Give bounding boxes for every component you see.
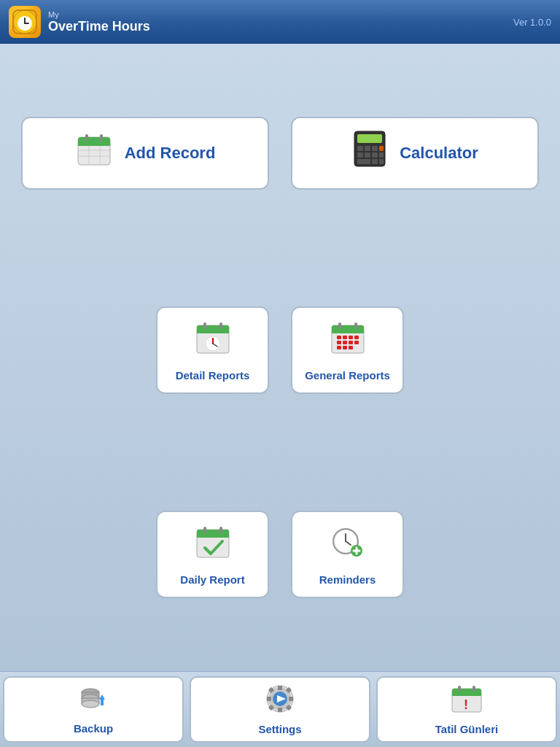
row-1: Add Record: [21, 117, 539, 190]
svg-rect-30: [203, 322, 206, 329]
app-name-block: My OverTime Hours: [48, 10, 150, 34]
add-record-icon: [75, 130, 113, 177]
svg-rect-54: [197, 535, 229, 538]
svg-rect-74: [278, 708, 282, 712]
svg-rect-51: [349, 346, 353, 349]
header: My OverTime Hours Ver 1.0.0: [0, 0, 560, 44]
svg-rect-55: [203, 527, 206, 533]
detail-reports-icon: [195, 320, 231, 363]
svg-marker-69: [99, 694, 105, 700]
svg-rect-24: [357, 159, 370, 164]
backup-label: Backup: [74, 722, 113, 735]
svg-rect-47: [349, 341, 353, 344]
svg-rect-26: [379, 159, 384, 164]
svg-rect-45: [337, 341, 341, 344]
svg-rect-25: [372, 159, 378, 164]
tatil-gunleri-button[interactable]: ! Tatil Günleri: [376, 676, 557, 743]
svg-rect-8: [85, 134, 88, 142]
settings-icon: [265, 684, 295, 720]
daily-report-button[interactable]: Daily Report: [156, 511, 269, 598]
svg-rect-7: [78, 143, 110, 146]
general-reports-button[interactable]: General Reports: [291, 306, 404, 394]
svg-rect-38: [332, 330, 364, 333]
svg-rect-20: [357, 152, 363, 158]
svg-rect-44: [354, 336, 359, 339]
svg-text:!: !: [464, 697, 468, 712]
row-2: Detail Reports: [156, 306, 404, 394]
svg-rect-41: [337, 336, 341, 339]
daily-report-label: Daily Report: [180, 573, 244, 586]
main-content: Add Record: [0, 44, 560, 671]
svg-rect-86: [458, 686, 461, 692]
backup-button[interactable]: Backup: [3, 676, 184, 743]
detail-reports-button[interactable]: Detail Reports: [156, 306, 269, 394]
calculator-label: Calculator: [400, 144, 478, 163]
backup-icon: [79, 685, 108, 719]
add-record-button[interactable]: Add Record: [21, 117, 269, 190]
svg-rect-18: [372, 146, 378, 151]
svg-rect-22: [372, 152, 378, 158]
svg-rect-21: [365, 152, 370, 158]
svg-rect-76: [289, 697, 293, 701]
svg-rect-19: [379, 146, 384, 151]
add-record-label: Add Record: [125, 144, 216, 163]
app-my-label: My: [48, 10, 150, 19]
svg-rect-43: [349, 336, 353, 339]
svg-rect-15: [357, 134, 382, 143]
svg-rect-48: [354, 341, 359, 344]
svg-rect-87: [472, 686, 475, 692]
svg-rect-75: [267, 697, 271, 701]
svg-rect-17: [365, 146, 370, 151]
row-3: Daily Report Reminders: [156, 511, 404, 598]
app-title: OverTime Hours: [48, 19, 150, 34]
svg-rect-56: [219, 527, 222, 533]
svg-rect-23: [379, 152, 384, 158]
general-reports-label: General Reports: [305, 369, 390, 382]
calculator-button[interactable]: Calculator: [291, 117, 539, 190]
reminders-icon: [330, 524, 366, 568]
bottom-bar: Backup Settings: [0, 671, 560, 747]
general-reports-icon: [330, 320, 366, 363]
svg-point-68: [82, 700, 99, 708]
svg-rect-73: [278, 686, 282, 690]
settings-label: Settings: [258, 723, 301, 735]
svg-rect-9: [100, 134, 103, 142]
tatil-gunleri-icon: !: [451, 684, 483, 720]
calculator-icon: [351, 130, 388, 177]
reminders-label: Reminders: [319, 573, 376, 586]
reminders-button[interactable]: Reminders: [291, 511, 404, 598]
app-logo: [9, 6, 41, 38]
svg-rect-29: [197, 330, 229, 333]
svg-rect-16: [357, 146, 363, 151]
daily-report-icon: [195, 524, 231, 568]
svg-rect-85: [452, 693, 481, 696]
svg-rect-50: [343, 346, 347, 349]
app-version: Ver 1.0.0: [513, 17, 551, 28]
svg-rect-46: [343, 341, 347, 344]
svg-rect-40: [354, 322, 357, 329]
svg-rect-70: [101, 700, 104, 705]
svg-rect-49: [337, 346, 341, 349]
svg-rect-39: [338, 322, 341, 329]
settings-button[interactable]: Settings: [190, 676, 370, 743]
svg-rect-31: [219, 322, 222, 329]
svg-rect-42: [343, 336, 347, 339]
tatil-gunleri-label: Tatil Günleri: [435, 723, 498, 735]
detail-reports-label: Detail Reports: [176, 369, 250, 382]
